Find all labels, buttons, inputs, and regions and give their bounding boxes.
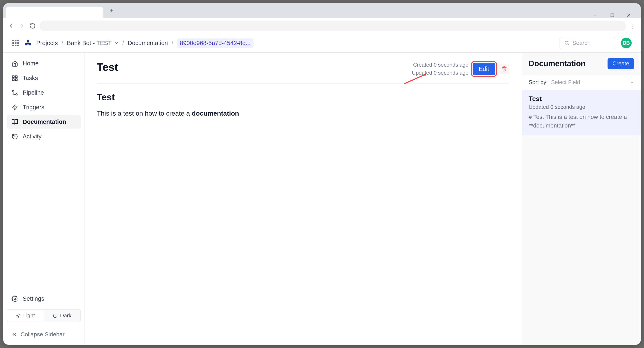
- browser-chrome: + ⋮: [3, 3, 641, 34]
- new-tab-button[interactable]: +: [108, 7, 115, 14]
- maximize-icon[interactable]: [610, 12, 615, 18]
- breadcrumb-separator: /: [172, 40, 173, 46]
- pipeline-icon: [12, 89, 18, 96]
- search-icon: [564, 40, 570, 46]
- gear-icon: [12, 296, 18, 302]
- document-title: Test: [97, 61, 118, 73]
- browser-toolbar: ⋮: [3, 18, 641, 34]
- sidebar-nav: Home Tasks Pipeline Triggers Documentati…: [6, 57, 81, 143]
- sort-label: Sort by:: [529, 79, 548, 86]
- document-card-title: Test: [529, 95, 634, 103]
- document-main: Test Created 0 seconds ago Updated 0 sec…: [84, 53, 522, 345]
- app-logo[interactable]: [24, 39, 31, 47]
- breadcrumb-section[interactable]: Documentation: [128, 40, 168, 46]
- breadcrumb-separator: /: [62, 40, 63, 46]
- sidebar-item-activity[interactable]: Activity: [6, 130, 81, 143]
- svg-point-7: [27, 43, 29, 45]
- moon-icon: [53, 313, 58, 318]
- create-button[interactable]: Create: [608, 58, 634, 69]
- svg-rect-10: [12, 76, 14, 78]
- theme-dark-label: Dark: [60, 312, 72, 319]
- document-body-heading: Test: [97, 92, 509, 102]
- breadcrumb: Projects / Bank Bot - TEST / Documentati…: [36, 38, 254, 48]
- svg-rect-1: [611, 14, 614, 17]
- svg-rect-13: [16, 79, 17, 80]
- browser-tab-bar: +: [3, 3, 641, 18]
- svg-line-21: [19, 317, 20, 317]
- sidebar-item-pipeline[interactable]: Pipeline: [6, 86, 81, 99]
- trash-icon: [502, 66, 507, 72]
- theme-toggle: Light Dark: [6, 309, 81, 322]
- sidebar-item-label: Activity: [23, 133, 42, 140]
- sun-icon: [16, 313, 21, 318]
- document-timestamps: Created 0 seconds ago Updated 0 seconds …: [412, 61, 468, 77]
- document-list: Test Updated 0 seconds ago # Test This i…: [522, 90, 641, 135]
- avatar[interactable]: BB: [621, 38, 632, 48]
- document-body-text: This is a test on how to create a docume…: [97, 108, 509, 119]
- settings-label: Settings: [23, 295, 44, 302]
- breadcrumb-current: 8900e968-5a7d-4542-8d...: [177, 38, 254, 48]
- document-card-preview: # Test This is a test on how to create a…: [529, 113, 634, 130]
- delete-button[interactable]: [500, 64, 509, 74]
- close-icon[interactable]: [626, 12, 632, 18]
- svg-point-6: [29, 43, 31, 45]
- forward-icon[interactable]: [18, 22, 26, 30]
- browser-window: + ⋮: [3, 3, 641, 345]
- activity-icon: [12, 133, 18, 140]
- breadcrumb-project[interactable]: Bank Bot - TEST: [67, 40, 119, 46]
- address-bar[interactable]: [40, 20, 626, 31]
- sort-row: Sort by: Select Field: [522, 75, 641, 90]
- search-placeholder: Search: [572, 40, 591, 46]
- apps-grid-icon[interactable]: [12, 40, 19, 46]
- breadcrumb-project-label: Bank Bot - TEST: [67, 40, 112, 46]
- triggers-icon: [12, 104, 18, 111]
- document-body: Test This is a test on how to create a d…: [97, 92, 509, 119]
- right-panel-header: Documentation Create: [522, 53, 641, 75]
- browser-menu-icon[interactable]: ⋮: [629, 23, 636, 29]
- back-icon[interactable]: [8, 22, 15, 30]
- svg-line-25: [19, 314, 20, 314]
- sidebar-item-label: Documentation: [23, 119, 66, 125]
- home-icon: [12, 60, 18, 67]
- collapse-label: Collapse Sidebar: [20, 331, 64, 338]
- edit-button-label: Edit: [479, 66, 489, 72]
- right-panel-title: Documentation: [529, 59, 586, 68]
- window-controls: [593, 12, 636, 18]
- content-area: Test Created 0 seconds ago Updated 0 sec…: [84, 53, 641, 345]
- sidebar-item-home[interactable]: Home: [6, 57, 81, 70]
- sidebar-item-documentation[interactable]: Documentation: [6, 115, 81, 129]
- svg-rect-12: [12, 79, 14, 80]
- sidebar-item-triggers[interactable]: Triggers: [6, 101, 81, 114]
- theme-light-button[interactable]: Light: [7, 310, 44, 322]
- updated-timestamp: Updated 0 seconds ago: [412, 69, 468, 77]
- search-input[interactable]: Search: [560, 37, 615, 49]
- collapse-sidebar-button[interactable]: Collapse Sidebar: [3, 326, 84, 341]
- document-card[interactable]: Test Updated 0 seconds ago # Test This i…: [522, 90, 641, 135]
- svg-line-9: [568, 44, 568, 45]
- svg-rect-11: [16, 76, 17, 78]
- document-header: Test Created 0 seconds ago Updated 0 sec…: [97, 61, 509, 84]
- theme-dark-button[interactable]: Dark: [44, 310, 80, 322]
- collapse-icon: [12, 332, 17, 337]
- app-header: Projects / Bank Bot - TEST / Documentati…: [3, 34, 641, 53]
- svg-point-4: [27, 40, 29, 43]
- edit-button[interactable]: Edit: [472, 63, 495, 75]
- minimize-icon[interactable]: [593, 12, 599, 18]
- chevron-down-icon: [114, 41, 119, 45]
- sidebar-item-tasks[interactable]: Tasks: [6, 71, 81, 85]
- sidebar-item-settings[interactable]: Settings: [6, 292, 81, 305]
- tasks-icon: [12, 75, 18, 81]
- reload-icon[interactable]: [29, 22, 36, 30]
- sort-select[interactable]: Select Field: [551, 78, 634, 87]
- svg-point-16: [14, 298, 16, 300]
- browser-tab[interactable]: [6, 6, 103, 18]
- document-card-updated: Updated 0 seconds ago: [529, 104, 634, 110]
- sidebar-item-label: Tasks: [23, 75, 38, 81]
- svg-point-17: [18, 315, 19, 317]
- sort-placeholder: Select Field: [551, 79, 580, 86]
- svg-point-5: [25, 43, 27, 45]
- main-layout: Home Tasks Pipeline Triggers Documentati…: [3, 53, 641, 345]
- theme-light-label: Light: [23, 312, 35, 319]
- sidebar-item-label: Home: [23, 60, 38, 67]
- breadcrumb-projects[interactable]: Projects: [36, 40, 58, 46]
